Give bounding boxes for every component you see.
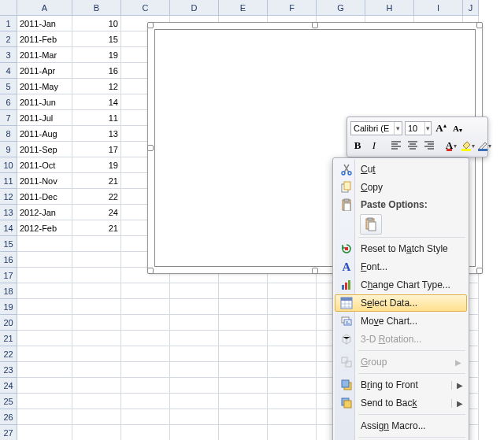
cell[interactable]: 17 [72,142,121,157]
row-header[interactable]: 9 [0,142,17,157]
cell[interactable]: 2011-Jul [17,110,72,126]
cell[interactable] [17,252,72,268]
menu-copy[interactable]: Copy [335,179,467,196]
resize-handle[interactable] [147,268,154,274]
cell[interactable] [72,378,121,394]
row-header[interactable]: 25 [0,394,17,409]
row-header[interactable]: 27 [0,425,17,440]
row-header[interactable]: 23 [0,362,17,378]
cell[interactable] [72,252,121,268]
align-left-button[interactable] [389,139,403,153]
cell[interactable] [17,283,72,299]
cell[interactable] [219,315,268,331]
row-header[interactable]: 19 [0,299,17,315]
italic-button[interactable]: I [367,139,381,153]
cell[interactable] [17,331,72,346]
cell[interactable]: 19 [72,47,121,63]
select-all-corner[interactable] [0,0,17,16]
cell[interactable] [72,331,121,346]
row-header[interactable]: 15 [0,236,17,252]
resize-handle[interactable] [476,268,483,274]
cell[interactable]: 2012-Jan [17,205,72,220]
cell[interactable] [219,299,268,315]
row-header[interactable]: 18 [0,283,17,299]
cell[interactable]: 16 [72,63,121,79]
cell[interactable] [72,268,121,283]
row-header[interactable]: 26 [0,409,17,425]
cell[interactable] [72,236,121,252]
cell[interactable] [121,394,170,409]
col-header-A[interactable]: A [17,0,72,16]
cell[interactable]: 2011-Nov [17,173,72,189]
row-header[interactable]: 17 [0,268,17,283]
row-header[interactable]: 22 [0,346,17,362]
menu-reset-style[interactable]: Reset to Match Style [335,240,467,257]
col-header-I[interactable]: I [414,0,463,16]
cell[interactable]: 2011-Sep [17,142,72,157]
cell[interactable] [17,268,72,283]
cell[interactable] [170,425,219,440]
cell[interactable] [219,283,268,299]
cell[interactable] [121,409,170,425]
cell[interactable]: 11 [72,110,121,126]
cell[interactable]: 2011-Apr [17,63,72,79]
cell[interactable] [268,283,317,299]
cell[interactable] [268,315,317,331]
cell[interactable]: 10 [72,16,121,31]
col-header-D[interactable]: D [170,0,219,16]
resize-handle[interactable] [147,145,154,151]
row-header[interactable]: 3 [0,47,17,63]
row-header[interactable]: 11 [0,173,17,189]
cell[interactable]: 2011-Feb [17,31,72,47]
cell[interactable] [219,346,268,362]
cell[interactable]: 14 [72,94,121,110]
cell[interactable] [170,409,219,425]
cell[interactable] [170,299,219,315]
cell[interactable] [170,378,219,394]
menu-assign-macro[interactable]: Assign Macro... [335,417,467,434]
cell[interactable] [121,299,170,315]
row-header[interactable]: 12 [0,189,17,205]
cell[interactable] [170,362,219,378]
cell[interactable]: 21 [72,173,121,189]
cell[interactable] [170,315,219,331]
cell[interactable]: 15 [72,31,121,47]
col-header-J[interactable]: J [463,0,479,16]
cell[interactable] [121,346,170,362]
cell[interactable] [268,425,317,440]
row-header[interactable]: 20 [0,315,17,331]
cell[interactable]: 2011-Dec [17,189,72,205]
submenu-arrow-icon[interactable]: ▶ [451,399,463,408]
cell[interactable] [219,362,268,378]
cell[interactable] [268,409,317,425]
menu-cut[interactable]: Cut [335,161,467,178]
cell[interactable]: 2011-Jun [17,94,72,110]
cell[interactable] [219,409,268,425]
cell[interactable] [170,331,219,346]
row-header[interactable]: 16 [0,252,17,268]
cell[interactable] [170,346,219,362]
cell[interactable] [170,394,219,409]
cell[interactable] [72,409,121,425]
cell[interactable] [121,283,170,299]
cell[interactable]: 12 [72,79,121,94]
row-header[interactable]: 2 [0,31,17,47]
cell[interactable] [17,346,72,362]
row-header[interactable]: 5 [0,79,17,94]
cell[interactable]: 2011-Jan [17,16,72,31]
cell[interactable] [121,425,170,440]
cell[interactable]: 2011-May [17,79,72,94]
cell[interactable] [219,425,268,440]
resize-handle[interactable] [147,22,154,28]
cell[interactable] [72,425,121,440]
font-size-input[interactable] [406,122,424,135]
align-center-button[interactable] [406,139,420,153]
col-header-H[interactable]: H [365,0,414,16]
row-header[interactable]: 1 [0,16,17,31]
shrink-font-button[interactable]: A▾ [450,121,465,135]
font-name-combo[interactable]: ▾ [350,121,402,135]
row-header[interactable]: 14 [0,220,17,236]
cell[interactable]: 21 [72,220,121,236]
menu-move-chart[interactable]: Move Chart... [335,312,467,330]
bold-button[interactable]: B [350,139,365,153]
